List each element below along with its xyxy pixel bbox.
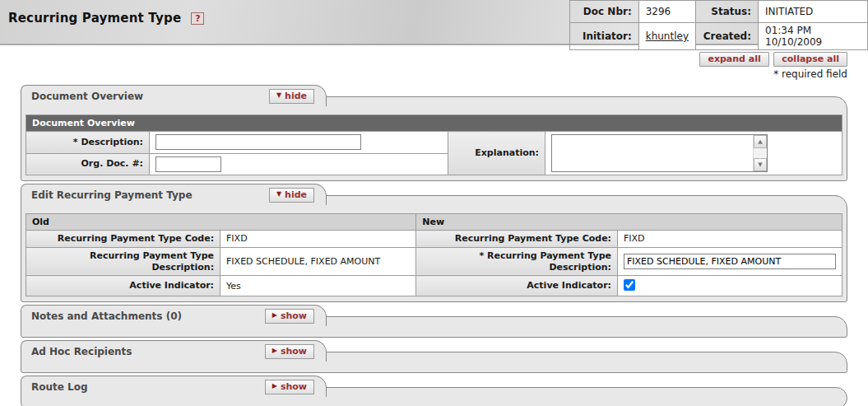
new-description-label: * Recurring Payment Type Description: — [416, 247, 618, 276]
description-input[interactable] — [155, 134, 361, 150]
scroll-down-icon[interactable]: ▼ — [754, 158, 767, 171]
explanation-textarea[interactable]: ▲ ▼ — [551, 134, 768, 172]
show-notes-button[interactable]: ▶ show — [265, 309, 314, 324]
old-column-header: Old — [26, 214, 416, 231]
old-description-value: FIXED SCHEDULE, FIXED AMOUNT — [220, 247, 416, 276]
tab-title: Ad Hoc Recipients — [31, 346, 265, 357]
section-ad-hoc-recipients: Ad Hoc Recipients ▶ show — [21, 340, 847, 373]
new-code-value: FIXD — [618, 231, 842, 248]
status-value: INITIATED — [759, 1, 868, 23]
new-column-header: New — [416, 214, 842, 231]
new-code-label: Recurring Payment Type Code: — [416, 231, 618, 248]
tab-notes-and-attachments: Notes and Attachments (0) ▶ show — [21, 305, 327, 326]
show-route-log-button[interactable]: ▶ show — [265, 380, 314, 394]
page-header: Recurring Payment Type ? Doc Nbr: 3296 S… — [0, 0, 868, 45]
org-doc-input[interactable] — [155, 156, 221, 172]
doc-nbr-label: Doc Nbr: — [569, 1, 638, 23]
active-indicator-checkbox[interactable] — [624, 279, 635, 291]
scroll-up-icon[interactable]: ▲ — [754, 135, 767, 148]
table-row: Active Indicator: Yes Active Indicator: — [26, 276, 842, 296]
tab-title: Document Overview — [31, 91, 269, 102]
expand-all-button[interactable]: expand all — [699, 52, 768, 67]
help-icon[interactable]: ? — [191, 12, 204, 25]
expand-collapse-toolbar: expand all collapse all — [21, 52, 847, 67]
textarea-scrollbar[interactable]: ▲ ▼ — [753, 135, 767, 171]
tab-document-overview: Document Overview ▼ hide — [21, 85, 327, 106]
section-document-overview: Document Overview ▼ hide Document Overvi… — [21, 85, 847, 181]
new-active-label: Active Indicator: — [416, 276, 618, 296]
section-notes-and-attachments: Notes and Attachments (0) ▶ show — [21, 305, 847, 338]
section-route-log: Route Log ▶ show — [21, 376, 847, 406]
toggle-label: hide — [285, 189, 307, 200]
created-value: 01:34 PM 10/10/2009 — [759, 23, 868, 50]
hide-document-overview-button[interactable]: ▼ hide — [269, 89, 314, 104]
status-label: Status: — [696, 1, 759, 23]
description-label: * Description: — [26, 132, 150, 154]
created-label: Created: — [696, 23, 759, 50]
tab-ad-hoc-recipients: Ad Hoc Recipients ▶ show — [21, 340, 327, 362]
new-description-input[interactable] — [624, 254, 836, 269]
old-code-value: FIXD — [220, 231, 416, 248]
triangle-right-icon: ▶ — [272, 312, 277, 319]
toggle-label: show — [281, 346, 307, 357]
table-row: Recurring Payment Type Description: FIXE… — [26, 247, 842, 276]
triangle-right-icon: ▶ — [272, 348, 277, 354]
triangle-right-icon: ▶ — [272, 383, 277, 390]
initiator-label: Initiator: — [569, 23, 638, 50]
required-field-note: * required field — [21, 68, 847, 80]
initiator-link[interactable]: khuntley — [646, 30, 689, 42]
explanation-label: Explanation: — [448, 132, 545, 175]
collapse-all-button[interactable]: collapse all — [773, 52, 847, 67]
old-code-label: Recurring Payment Type Code: — [26, 231, 220, 248]
document-overview-inner-header: Document Overview — [26, 115, 842, 132]
hide-edit-section-button[interactable]: ▼ hide — [269, 188, 314, 203]
tab-edit-recurring-payment-type: Edit Recurring Payment Type ▼ hide — [21, 184, 327, 205]
section-edit-recurring-payment-type: Edit Recurring Payment Type ▼ hide Old N… — [21, 184, 847, 302]
tab-title: Notes and Attachments (0) — [31, 310, 265, 322]
old-description-label: Recurring Payment Type Description: — [26, 247, 220, 276]
old-active-label: Active Indicator: — [26, 276, 220, 296]
tab-title: Edit Recurring Payment Type — [31, 189, 269, 201]
document-overview-body: Document Overview * Description: Explana… — [21, 96, 847, 181]
table-row: Recurring Payment Type Code: FIXD Recurr… — [26, 231, 842, 248]
org-doc-label: Org. Doc. #: — [26, 153, 150, 175]
edit-section-body: Old New Recurring Payment Type Code: FIX… — [21, 195, 847, 302]
show-ad-hoc-button[interactable]: ▶ show — [265, 344, 314, 359]
tab-route-log: Route Log ▶ show — [21, 376, 327, 397]
tab-title: Route Log — [31, 381, 265, 393]
triangle-down-icon: ▼ — [276, 92, 281, 99]
toggle-label: show — [281, 381, 307, 392]
old-active-value: Yes — [220, 276, 416, 296]
doc-info-table: Doc Nbr: 3296 Status: INITIATED Initiato… — [569, 0, 868, 50]
doc-nbr-value: 3296 — [638, 1, 695, 23]
triangle-down-icon: ▼ — [276, 191, 281, 198]
page-title: Recurring Payment Type — [8, 11, 181, 26]
toggle-label: show — [281, 310, 307, 321]
toggle-label: hide — [285, 91, 307, 101]
